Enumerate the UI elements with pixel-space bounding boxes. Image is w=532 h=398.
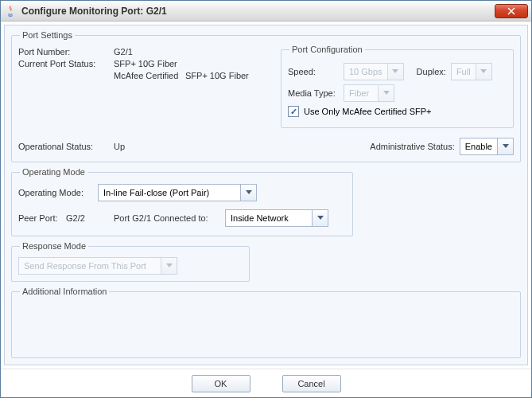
operating-mode-label: Operating Mode: — [18, 188, 98, 197]
svg-marker-0 — [392, 69, 398, 73]
response-mode-legend: Response Mode — [20, 241, 88, 251]
operating-mode-legend: Operating Mode — [20, 167, 87, 177]
chevron-down-icon — [378, 85, 394, 101]
operating-mode-dropdown[interactable]: In-line Fail-close (Port Pair) — [98, 184, 257, 201]
chevron-down-icon — [476, 64, 491, 80]
duplex-label: Duplex: — [417, 67, 446, 76]
operational-status-value: Up — [114, 142, 125, 151]
close-button[interactable] — [495, 4, 528, 18]
media-type-value: Fiber — [344, 85, 378, 101]
certified-value: SFP+ 10G Fiber — [185, 71, 249, 80]
svg-marker-5 — [317, 216, 324, 220]
port-number-label: Port Number: — [18, 47, 114, 57]
speed-dropdown: 10 Gbps — [344, 63, 404, 80]
check-icon: ✓ — [290, 107, 297, 116]
dialog-content: Port Settings Port Number: G2/1 Current … — [4, 25, 528, 365]
response-mode-group: Response Mode Send Response From This Po… — [11, 241, 250, 282]
svg-marker-2 — [383, 91, 390, 95]
chevron-down-icon — [161, 258, 177, 274]
certified-label: McAfee Certified — [114, 71, 185, 80]
response-mode-value: Send Response From This Port — [19, 258, 161, 274]
speed-value: 10 Gbps — [344, 64, 387, 80]
administrative-status-label: Administrative Status: — [370, 142, 454, 151]
port-settings-legend: Port Settings — [20, 30, 75, 40]
dialog-footer: OK Cancel — [1, 369, 531, 397]
media-type-label: Media Type: — [288, 88, 344, 98]
svg-marker-3 — [503, 144, 509, 148]
current-port-status-label: Current Port Status: — [18, 59, 114, 68]
peer-port-label: Peer Port: — [18, 213, 66, 223]
port-configuration-legend: Port Configuration — [289, 45, 365, 54]
peer-port-value: G2/2 — [66, 213, 114, 223]
operating-mode-group: Operating Mode Operating Mode: In-line F… — [11, 167, 353, 236]
titlebar: Configure Monitoring Port: G2/1 — [1, 1, 531, 21]
chevron-down-icon — [497, 139, 513, 154]
duplex-value: Full — [452, 64, 476, 80]
dialog-window: Configure Monitoring Port: G2/1 Port Set… — [0, 0, 532, 398]
svg-marker-4 — [246, 190, 252, 194]
administrative-status-dropdown[interactable]: Enable — [460, 138, 514, 155]
svg-marker-1 — [480, 69, 487, 73]
use-only-certified-checkbox[interactable]: ✓ Use Only McAfee Certified SFP+ — [288, 106, 431, 117]
use-only-certified-label: Use Only McAfee Certified SFP+ — [304, 107, 431, 116]
chevron-down-icon — [240, 185, 256, 201]
window-title: Configure Monitoring Port: G2/1 — [21, 6, 495, 17]
connected-to-value: Inside Network — [226, 210, 312, 226]
chevron-down-icon — [312, 210, 328, 226]
response-mode-dropdown: Send Response From This Port — [18, 257, 177, 275]
media-type-dropdown: Fiber — [344, 84, 394, 102]
additional-information-group: Additional Information — [11, 287, 521, 358]
operating-mode-value: In-line Fail-close (Port Pair) — [99, 185, 240, 201]
port-settings-group: Port Settings Port Number: G2/1 Current … — [11, 30, 521, 162]
connected-to-dropdown[interactable]: Inside Network — [225, 209, 328, 227]
java-icon — [4, 5, 17, 18]
current-port-status-value: SFP+ 10G Fiber — [114, 59, 177, 68]
duplex-dropdown: Full — [451, 63, 492, 80]
ok-button[interactable]: OK — [192, 375, 250, 392]
chevron-down-icon — [387, 64, 403, 80]
cancel-button[interactable]: Cancel — [282, 375, 341, 392]
port-configuration-group: Port Configuration Speed: 10 Gbps Duplex… — [281, 45, 514, 128]
connected-to-label: Port G2/1 Connected to: — [114, 213, 225, 223]
operational-status-label: Operational Status: — [18, 142, 114, 151]
administrative-status-value: Enable — [460, 139, 497, 154]
svg-marker-6 — [166, 263, 173, 267]
additional-information-legend: Additional Information — [20, 287, 109, 296]
speed-label: Speed: — [288, 67, 344, 76]
port-number-value: G2/1 — [114, 47, 133, 57]
